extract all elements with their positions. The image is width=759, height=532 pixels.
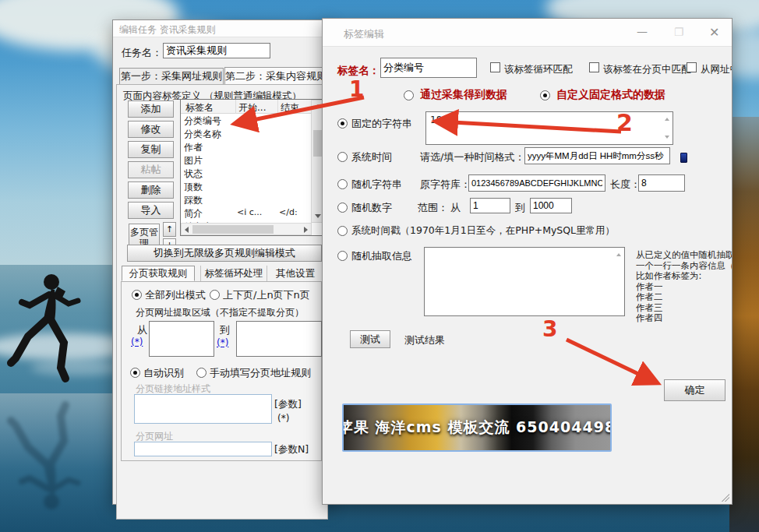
hint-line: 作者四 (636, 313, 733, 324)
tag-list-hscrollbar[interactable] (181, 223, 312, 235)
scroll-down-icon[interactable] (665, 136, 669, 139)
range-to-input[interactable] (530, 198, 572, 213)
add-button[interactable]: 添加 (128, 100, 174, 118)
collect-data-radio[interactable] (404, 90, 414, 100)
list-all-mode-label: 全部列出模式 (145, 288, 206, 302)
tag-row-name: 图片 (184, 154, 203, 167)
loop-match-checkbox[interactable] (490, 62, 500, 72)
tab-step1[interactable]: 第一步：采集网址规则 (119, 68, 224, 85)
vscroll-thumb[interactable] (313, 130, 322, 157)
fixed-string-textarea[interactable]: 18 (425, 111, 673, 145)
column-separator (277, 100, 278, 114)
resize-grip[interactable] (722, 494, 729, 502)
tab-pagination-rules[interactable]: 分页获取规则 (122, 266, 195, 281)
tag-row[interactable]: 图片 (181, 153, 311, 167)
desktop: 编辑任务 资讯采集规则 任务名： 第一步：采集网址规则 第二步：采集内容规则 页… (0, 0, 759, 532)
custom-data-radio[interactable] (540, 90, 550, 100)
length-input[interactable] (638, 174, 685, 192)
tag-row[interactable]: 状态 (181, 167, 311, 180)
auto-detect-label: 自动识别 (143, 366, 184, 380)
list-all-mode-radio[interactable] (132, 290, 142, 300)
fixed-string-radio[interactable] (337, 118, 348, 129)
task-name-input[interactable] (163, 43, 270, 58)
scroll-up-icon[interactable] (616, 253, 621, 256)
manual-fill-radio[interactable] (196, 368, 207, 378)
maximize-icon[interactable]: ❐ (674, 26, 684, 38)
timestamp-label: 系统时间戳（1970年1月1日至今，在PHP+MySQL里常用） (351, 224, 615, 238)
tag-edit-dialog: 标签编辑 — ❐ ✕ 标签名： 该标签循环匹配 该标签在分页中匹配 从网址中 通… (322, 18, 733, 505)
task-editor-window: 编辑任务 资讯采集规则 任务名： 第一步：采集网址规则 第二步：采集内容规则 页… (112, 19, 331, 505)
to-textarea[interactable] (236, 321, 322, 357)
jogger-silhouette (6, 271, 92, 394)
timestamp-radio[interactable] (337, 226, 348, 236)
tag-row[interactable]: 简介 <i c... </d: (181, 206, 311, 220)
switch-mode-button[interactable]: 切换到无限级多页规则编辑模式 (127, 245, 322, 262)
tag-name-input[interactable] (380, 58, 477, 78)
to-star-link[interactable]: (*) (217, 337, 228, 348)
time-picker-icon[interactable] (680, 153, 687, 163)
tag-edit-title: 标签编辑 (344, 27, 384, 41)
tab-tag-loop[interactable]: 标签循环处理 (200, 266, 267, 281)
modify-button[interactable]: 修改 (128, 121, 174, 138)
task-editor-titlebar[interactable]: 编辑任务 资讯采集规则 (113, 20, 330, 37)
tag-list-header[interactable]: 标签名 开始... 结束 (181, 100, 323, 114)
copy-button[interactable]: 复制 (128, 141, 174, 158)
charset-label: 原字符库： (420, 178, 471, 192)
random-pick-hint: 从已定义的值中随机抽取 一个一行一条内容信息（ 比如作者标签为: 作者一 作者二… (636, 250, 733, 328)
tag-edit-titlebar[interactable]: 标签编辑 — ❐ ✕ (323, 19, 732, 47)
random-string-radio[interactable] (337, 179, 348, 189)
tag-row[interactable]: 顶数 (181, 180, 311, 193)
tag-row-name: 状态 (184, 167, 203, 181)
prev-next-mode-radio[interactable] (210, 290, 220, 300)
length-label: 长度： (610, 178, 641, 192)
ok-button[interactable]: 确定 (664, 379, 725, 401)
copy-button-label: 复制 (141, 143, 161, 157)
from-url-checkbox[interactable] (687, 62, 697, 72)
scroll-up-icon[interactable] (665, 118, 669, 121)
column-end[interactable]: 结束 (281, 101, 299, 115)
tab-step2[interactable]: 第二步：采集内容规则 (224, 67, 327, 85)
auto-detect-radio[interactable] (130, 368, 140, 378)
test-button[interactable]: 测试 (350, 330, 390, 348)
column-start[interactable]: 开始... (238, 101, 266, 115)
delete-button[interactable]: 删除 (128, 181, 174, 199)
task-name-label: 任务名： (122, 46, 162, 60)
tab-other-settings[interactable]: 其他设置 (271, 266, 319, 281)
close-icon[interactable]: ✕ (709, 25, 719, 40)
tag-row[interactable]: 分类名称 (181, 127, 311, 140)
import-button-label: 导入 (141, 203, 161, 217)
hint-line: 作者一 (636, 282, 733, 293)
collect-data-label: 通过采集得到数据 (420, 88, 507, 102)
tag-row[interactable]: 分类编号 (181, 114, 311, 127)
tag-list[interactable]: 标签名 开始... 结束 分类编号 分类名称 作者 图片 状态 顶数 踩数 简 (180, 99, 324, 236)
time-format-input[interactable] (524, 147, 670, 164)
minimize-icon[interactable]: — (637, 25, 648, 37)
tag-row[interactable]: 踩数 (181, 193, 311, 206)
hscroll-thumb[interactable] (192, 225, 274, 234)
random-number-radio[interactable] (337, 203, 348, 213)
scroll-down-icon[interactable] (315, 214, 321, 218)
delete-button-label: 删除 (141, 183, 161, 197)
rock-cliff (729, 117, 759, 532)
tag-row[interactable]: 作者 (181, 140, 311, 153)
from-star-link[interactable]: (*) (131, 336, 143, 347)
random-pick-textarea[interactable] (424, 247, 625, 316)
from-textarea[interactable] (149, 321, 214, 357)
import-button[interactable]: 导入 (128, 202, 174, 219)
column-tagname[interactable]: 标签名 (185, 101, 214, 115)
random-pick-radio[interactable] (337, 251, 348, 261)
switch-mode-label: 切换到无限级多页规则编辑模式 (154, 246, 295, 260)
tag-row-start: <i c... (237, 207, 262, 217)
charset-input[interactable] (468, 174, 605, 192)
system-time-radio[interactable] (337, 152, 348, 162)
scroll-up-icon[interactable] (315, 104, 321, 108)
scroll-right-icon[interactable] (304, 227, 308, 233)
range-label: 范围： (418, 201, 448, 215)
range-from-input[interactable] (470, 198, 510, 213)
ok-button-label: 确定 (685, 383, 705, 397)
scroll-left-icon[interactable] (185, 227, 189, 233)
match-in-page-checkbox[interactable] (589, 62, 599, 72)
ad-banner[interactable]: 苹果 海洋cms 模板交流 650404498 (342, 403, 612, 452)
paste-button[interactable]: 粘帖 (128, 161, 174, 178)
move-up-button[interactable]: ↑ (163, 222, 176, 237)
